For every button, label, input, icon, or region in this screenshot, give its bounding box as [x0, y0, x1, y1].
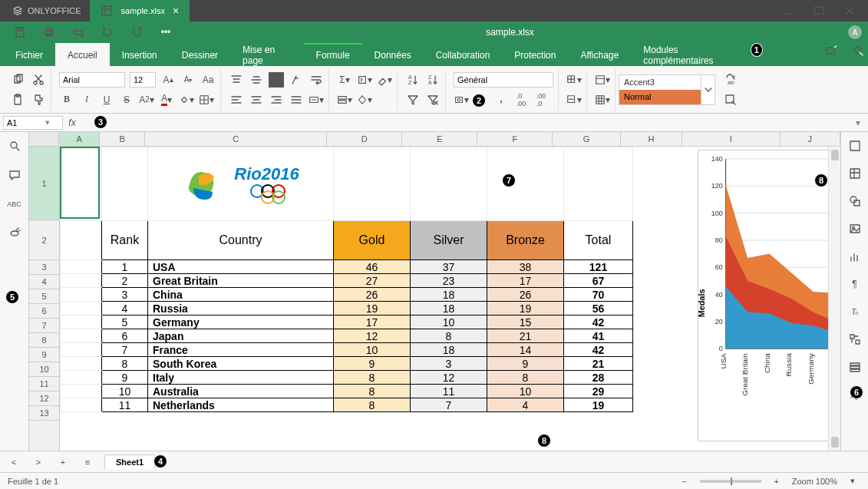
redo-icon[interactable] — [130, 26, 143, 38]
file-tab[interactable]: sample.xlsx × — [90, 0, 190, 21]
align-middle-icon[interactable] — [249, 72, 264, 88]
column-header-H[interactable]: H — [621, 132, 682, 146]
table-row[interactable]: 10Australia8111029 — [61, 385, 633, 398]
minimize-button[interactable] — [773, 0, 804, 21]
prev-sheet-button[interactable]: < — [6, 454, 21, 470]
quick-print-icon[interactable] — [72, 26, 84, 38]
filter-icon[interactable] — [405, 92, 421, 107]
column-header-D[interactable]: D — [327, 132, 402, 146]
ribbon-tab-protection[interactable]: Protection — [502, 43, 568, 66]
expand-formula-bar-icon[interactable]: ▾ — [851, 117, 865, 128]
fill-icon[interactable]: ▾ — [357, 72, 372, 88]
pivot-settings-icon[interactable] — [847, 332, 863, 347]
sort-asc-icon[interactable]: AZ — [405, 72, 421, 88]
ribbon-tab-insertion[interactable]: Insertion — [110, 43, 170, 66]
delete-cells-icon[interactable]: ▾ — [566, 92, 582, 107]
slicer-settings-icon[interactable] — [847, 359, 863, 375]
table-template-icon[interactable]: ▾ — [595, 72, 610, 88]
spellcheck-icon[interactable]: ABC — [7, 197, 22, 212]
copy-icon[interactable] — [11, 72, 26, 88]
shape-settings-icon[interactable] — [847, 193, 863, 209]
row-header-5[interactable]: 5 — [29, 289, 59, 304]
medals-table[interactable]: Rio2016RankCountryGoldSilverBronzeTotal1… — [60, 147, 633, 412]
row-header-1[interactable]: 1 — [29, 147, 59, 220]
zoom-out-button[interactable]: − — [677, 474, 692, 489]
textart-settings-icon[interactable]: Ta — [847, 304, 863, 319]
column-header-A[interactable]: A — [59, 132, 100, 146]
align-bottom-icon[interactable] — [269, 72, 284, 88]
orientation-icon[interactable] — [289, 72, 304, 88]
comma-icon[interactable]: , — [493, 92, 509, 107]
search-icon[interactable] — [851, 43, 865, 58]
subscript-icon[interactable]: A2▾ — [139, 92, 154, 107]
column-header-E[interactable]: E — [402, 132, 477, 146]
add-sheet-button[interactable]: + — [55, 454, 71, 470]
ribbon-tab-formule[interactable]: Formule — [304, 43, 362, 66]
table-row[interactable]: 1USA463738121 — [61, 260, 633, 274]
clear-filter-icon[interactable] — [425, 92, 441, 107]
italic-icon[interactable]: I — [79, 92, 94, 107]
save-icon[interactable] — [14, 26, 26, 38]
row-header-9[interactable]: 9 — [29, 348, 59, 362]
embedded-chart[interactable]: 020406080100120140 USAGreat BritainChina… — [698, 150, 840, 441]
row-header-10[interactable]: 10 — [29, 362, 59, 377]
table-settings-icon[interactable] — [847, 166, 863, 181]
header-rank[interactable]: Rank — [102, 221, 148, 260]
font-size-input[interactable] — [130, 72, 156, 88]
maximize-button[interactable] — [804, 0, 834, 21]
row-header-3[interactable]: 3 — [29, 260, 59, 275]
column-header-C[interactable]: C — [145, 132, 327, 146]
named-ranges-icon[interactable]: ▾ — [337, 92, 352, 107]
column-header-J[interactable]: J — [781, 132, 840, 146]
row-header-8[interactable]: 8 — [29, 333, 59, 348]
table-row[interactable]: 8South Korea93921 — [61, 357, 633, 371]
row-header-7[interactable]: 7 — [29, 319, 59, 333]
user-avatar[interactable]: A — [848, 25, 862, 39]
column-header-B[interactable]: B — [100, 132, 145, 146]
feedback-icon[interactable] — [7, 226, 22, 241]
row-header-13[interactable]: 13 — [29, 406, 59, 421]
zoom-dropdown-icon[interactable]: ▾ — [845, 474, 860, 489]
align-justify-icon[interactable] — [289, 92, 304, 107]
header-total[interactable]: Total — [564, 221, 633, 260]
undo-icon[interactable] — [101, 26, 114, 38]
name-box[interactable]: ▾ — [3, 116, 63, 130]
ribbon-tab-collaboration[interactable]: Collaboration — [424, 43, 503, 66]
close-window-button[interactable] — [834, 0, 865, 21]
cut-icon[interactable] — [31, 72, 46, 88]
header-blank[interactable] — [61, 221, 102, 260]
strikethrough-icon[interactable]: S — [119, 92, 134, 107]
column-header-I[interactable]: I — [682, 132, 780, 146]
clear-icon[interactable]: ▾ — [377, 72, 392, 88]
zoom-in-button[interactable]: + — [769, 474, 784, 489]
align-center-icon[interactable] — [249, 92, 264, 107]
fx-icon[interactable]: fx — [63, 117, 81, 128]
row-header-11[interactable]: 11 — [29, 377, 59, 392]
select-all-icon[interactable] — [723, 92, 738, 107]
fill-color-icon[interactable]: ▾ — [179, 92, 194, 107]
increase-decimal-icon[interactable]: .00.0 — [533, 92, 549, 107]
table-row[interactable]: 7France10181442 — [61, 343, 633, 357]
table-row[interactable]: 3China26182670 — [61, 288, 633, 302]
table-row[interactable]: 2Great Britain27231767 — [61, 274, 633, 288]
replace-icon[interactable]: ab — [723, 72, 738, 88]
row-header-2[interactable]: 2 — [29, 220, 59, 260]
table-row[interactable]: 5Germany17101542 — [61, 316, 633, 329]
ribbon-tab-données[interactable]: Données — [362, 43, 424, 66]
table-row[interactable]: 11Netherlands87419 — [61, 398, 633, 412]
paste-icon[interactable] — [11, 92, 26, 107]
increase-font-icon[interactable]: A▴ — [160, 72, 176, 88]
font-family-input[interactable] — [59, 72, 125, 88]
style-accent3[interactable]: Accent3 — [619, 75, 701, 90]
table-row[interactable]: 4Russia19181956 — [61, 302, 633, 316]
header-country[interactable]: Country — [148, 221, 334, 260]
row-header-4[interactable]: 4 — [29, 275, 59, 289]
image-settings-icon[interactable] — [847, 221, 863, 236]
style-dropdown-icon[interactable] — [701, 74, 715, 105]
sort-desc-icon[interactable]: ZA — [425, 72, 441, 88]
merge-icon[interactable]: ▾ — [309, 92, 324, 107]
format-as-table-icon[interactable]: ▾ — [595, 92, 610, 107]
conditional-format-icon[interactable]: ▾ — [357, 92, 372, 107]
table-row[interactable]: 9Italy812828 — [61, 371, 633, 385]
next-sheet-button[interactable]: > — [31, 454, 46, 470]
